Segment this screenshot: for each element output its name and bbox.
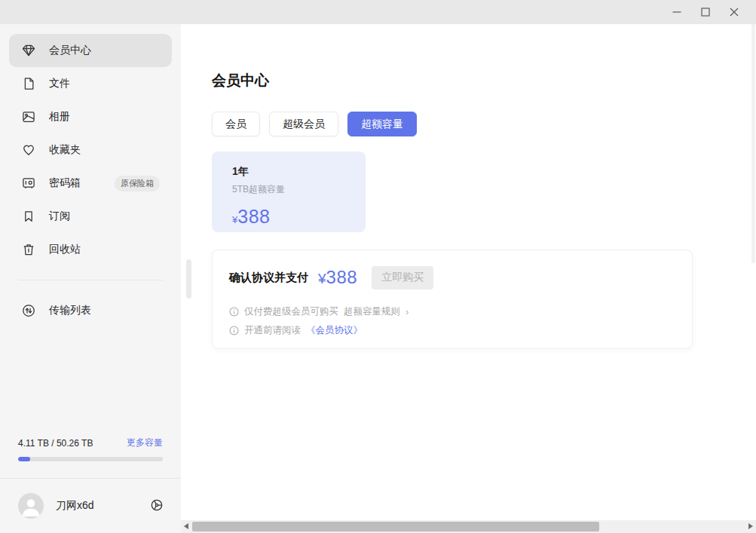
checkout-price: ¥ 388 [318,267,357,288]
sidebar: 会员中心 文件 相册 收藏夹 [0,24,181,533]
sidebar-item-label: 收藏夹 [49,143,81,157]
sidebar-item-password-box[interactable]: 密码箱 原保险箱 [9,167,172,200]
sidebar-item-files[interactable]: 文件 [9,67,172,100]
storage-section: 4.11 TB / 50.26 TB 更多容量 [18,437,163,461]
sidebar-item-member-center[interactable]: 会员中心 [9,34,172,67]
checkout-note-2: 开通前请阅读 《会员协议》 [229,324,675,337]
scroll-left-arrow-icon[interactable] [184,523,188,529]
transfer-arrows-icon [21,303,36,318]
sidebar-item-label: 回收站 [49,243,81,256]
plan-amount: 388 [237,206,270,228]
window-controls [663,0,748,24]
horizontal-scrollbar-thumb[interactable] [192,522,599,531]
sidebar-item-label: 传输列表 [49,304,91,317]
sidebar-item-subscriptions[interactable]: 订阅 [9,200,172,233]
checkout-label: 确认协议并支付 [229,271,308,285]
sidebar-item-label: 订阅 [49,210,70,223]
sidebar-item-recycle-bin[interactable]: 回收站 [9,233,172,266]
plan-duration: 1年 [232,165,366,179]
horizontal-scrollbar[interactable] [181,520,756,533]
safe-icon [21,176,36,191]
page-title: 会员中心 [212,71,269,90]
plan-currency-symbol: ¥ [232,214,237,225]
window-titlebar[interactable] [0,0,756,24]
maximize-button[interactable] [691,2,720,23]
username: 刀网x6d [56,499,94,513]
password-box-badge: 原保险箱 [115,176,160,191]
sidebar-item-favorites[interactable]: 收藏夹 [9,133,172,167]
more-capacity-link[interactable]: 更多容量 [127,437,163,449]
photo-icon [21,109,36,124]
maximize-icon [701,8,710,17]
checkout-note-1: 仅付费超级会员可购买 超额容量规则 › [229,305,675,318]
sidebar-item-label: 密码箱 [49,176,81,190]
info-icon [229,326,239,335]
app-window: 会员中心 文件 相册 收藏夹 [0,0,756,533]
close-icon [730,8,739,17]
sidebar-item-albums[interactable]: 相册 [9,100,172,133]
buy-now-button[interactable]: 立即购买 [372,266,433,289]
sidebar-item-label: 文件 [49,77,70,90]
minimize-icon [672,8,681,17]
bookmark-icon [21,209,36,224]
file-icon [21,76,36,91]
membership-tabs: 会员 超级会员 超额容量 [212,112,417,136]
settings-button[interactable] [148,497,166,515]
avatar[interactable] [18,493,44,519]
tab-member[interactable]: 会员 [212,112,260,136]
checkout-panel: 确认协议并支付 ¥ 388 立即购买 仅付费超级会员可购买 超额容量规则 › [212,250,693,349]
sidebar-nav: 会员中心 文件 相册 收藏夹 [9,34,172,327]
sidebar-item-transfer-list[interactable]: 传输列表 [9,294,172,327]
tab-extra-capacity[interactable]: 超额容量 [347,112,417,136]
note-text: 开通前请阅读 [244,324,301,337]
user-profile-row[interactable]: 刀网x6d [18,479,166,533]
checkout-currency-symbol: ¥ [318,271,326,287]
close-button[interactable] [720,2,748,23]
main-content: 会员中心 会员 超级会员 超额容量 1年 5TB超额容量 ¥ 388 确认协议并… [181,24,756,520]
diamond-icon [21,43,36,58]
chevron-right-icon: › [406,306,409,317]
note-text: 仅付费超级会员可购买 [244,305,338,318]
sidebar-divider [18,280,163,280]
gear-icon [149,498,164,515]
content-vertical-scrollbar-thumb[interactable] [186,259,191,299]
sidebar-item-label: 会员中心 [49,44,91,57]
info-icon [229,307,239,317]
storage-progress-track [18,457,163,461]
plan-price: ¥ 388 [232,206,366,228]
storage-progress-fill [18,457,30,461]
member-agreement-link[interactable]: 《会员协议》 [306,324,363,337]
checkout-amount: 388 [326,267,358,288]
plan-card-1year[interactable]: 1年 5TB超额容量 ¥ 388 [212,152,366,232]
tab-super-member[interactable]: 超级会员 [269,112,338,136]
capacity-rules-link[interactable]: 超额容量规则 [344,305,400,318]
right-vertical-scrollbar[interactable] [751,24,755,263]
plan-description: 5TB超额容量 [232,183,366,196]
storage-usage-text: 4.11 TB / 50.26 TB [18,438,93,449]
minimize-button[interactable] [663,2,691,23]
heart-icon [21,142,36,158]
trash-icon [21,242,36,257]
scroll-right-arrow-icon[interactable] [748,523,753,529]
sidebar-item-label: 相册 [49,110,70,124]
